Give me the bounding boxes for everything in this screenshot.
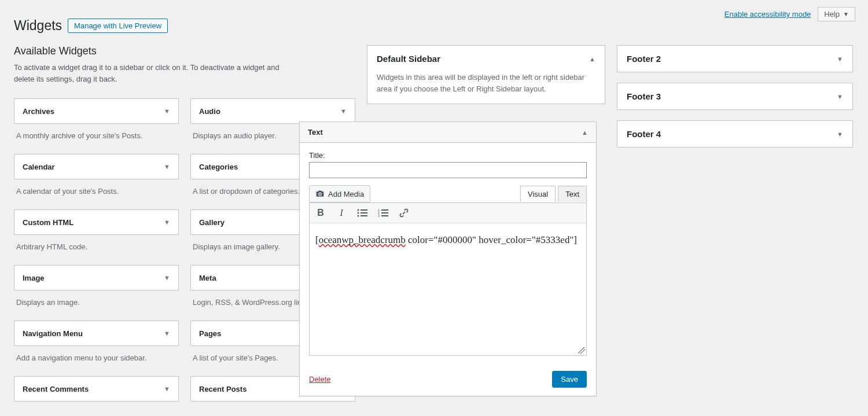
add-media-label: Add Media [328,190,364,198]
bold-button[interactable]: B [314,207,327,219]
chevron-down-icon: ▼ [164,385,170,392]
chevron-down-icon: ▼ [843,11,849,17]
widget-label: Recent Comments [23,385,89,393]
tab-visual[interactable]: Visual [520,186,556,202]
help-button[interactable]: Help ▼ [818,7,855,21]
footer-title: Footer 3 [627,91,661,101]
chevron-down-icon: ▼ [164,219,170,226]
widget-recent-comments[interactable]: Recent Comments ▼ [14,376,179,402]
editor-underlined-text: oceanwp_breadcrumb [319,234,406,245]
editor-rest-text: color="#000000" hover_color="#5333ed"] [406,234,577,245]
widget-desc: Arbitrary HTML code. [14,235,179,265]
help-label: Help [824,10,840,19]
camera-icon [315,189,325,198]
chevron-up-icon: ▲ [589,56,595,62]
footer-4-area[interactable]: Footer 4 ▼ [617,120,853,148]
svg-rect-3 [361,212,367,213]
svg-rect-7 [381,209,388,211]
delete-link[interactable]: Delete [309,375,331,384]
text-widget-title: Text [308,128,323,137]
title-label: Title: [309,151,587,160]
svg-point-2 [358,212,359,214]
available-widgets-heading: Available Widgets [14,45,355,57]
widget-label: Gallery [199,218,225,227]
link-button[interactable] [398,207,410,219]
chevron-down-icon: ▼ [164,274,170,281]
title-input[interactable] [309,162,587,178]
numbered-list-button[interactable]: 123 [377,207,389,219]
chevron-down-icon: ▼ [340,108,347,115]
widget-desc: Displays an image. [14,290,179,321]
editor-content[interactable]: [oceanwp_breadcrumb color="#000000" hove… [309,223,587,356]
available-widgets-desc: To activate a widget drag it to a sideba… [14,62,292,84]
widget-label: Audio [199,107,220,116]
page-title: Widgets [14,18,62,34]
widget-custom-html[interactable]: Custom HTML ▼ [14,209,179,235]
bullet-list-button[interactable] [356,207,369,219]
editor-toolbar: B I 123 [309,203,587,223]
default-sidebar-toggle[interactable]: Default Sidebar ▲ [367,46,605,72]
save-button[interactable]: Save [552,371,587,388]
svg-point-0 [358,209,359,211]
widget-navigation-menu[interactable]: Navigation Menu ▼ [14,321,179,346]
footer-title: Footer 2 [627,54,661,64]
chevron-down-icon: ▼ [837,56,843,62]
text-widget-panel: Text ▲ Title: Add Media Visual Text [299,122,597,396]
enable-accessibility-link[interactable]: Enable accessibility mode [724,10,811,19]
widget-archives[interactable]: Archives ▼ [14,98,179,124]
sidebar-desc: Widgets in this area will be displayed i… [367,72,605,104]
widget-audio[interactable]: Audio ▼ [190,98,355,124]
text-widget-header[interactable]: Text ▲ [300,122,596,143]
svg-rect-11 [381,215,388,216]
manage-live-preview-button[interactable]: Manage with Live Preview [68,19,168,33]
chevron-down-icon: ▼ [164,330,170,337]
widget-label: Meta [199,274,216,282]
svg-text:3: 3 [378,214,380,217]
widget-label: Pages [199,329,221,338]
widget-label: Custom HTML [23,218,73,227]
footer-3-area[interactable]: Footer 3 ▼ [617,83,853,110]
italic-button[interactable]: I [335,207,348,219]
chevron-down-icon: ▼ [837,131,843,138]
tab-text[interactable]: Text [558,186,587,202]
widget-desc: Add a navigation menu to your sidebar. [14,346,179,376]
chevron-down-icon: ▼ [164,108,170,115]
widget-label: Recent Posts [199,385,247,393]
svg-rect-1 [361,209,367,211]
widget-label: Archives [23,107,54,116]
widget-label: Categories [199,163,238,171]
widget-label: Image [23,274,45,282]
widget-desc: A monthly archive of your site's Posts. [14,124,179,154]
chevron-up-icon: ▲ [582,129,588,136]
widget-label: Calendar [23,163,55,171]
widget-calendar[interactable]: Calendar ▼ [14,154,179,179]
sidebar-title: Default Sidebar [377,54,440,64]
footer-title: Footer 4 [627,129,661,139]
chevron-down-icon: ▼ [837,93,843,100]
default-sidebar-area: Default Sidebar ▲ Widgets in this area w… [367,45,605,104]
svg-point-4 [358,215,359,217]
resize-handle[interactable] [578,347,585,354]
add-media-button[interactable]: Add Media [309,185,370,203]
widget-desc: A calendar of your site's Posts. [14,179,179,209]
svg-rect-5 [361,215,367,216]
footer-2-area[interactable]: Footer 2 ▼ [617,45,853,72]
widget-image[interactable]: Image ▼ [14,265,179,290]
svg-rect-9 [381,212,388,213]
chevron-down-icon: ▼ [164,163,170,170]
widget-label: Navigation Menu [23,329,83,338]
